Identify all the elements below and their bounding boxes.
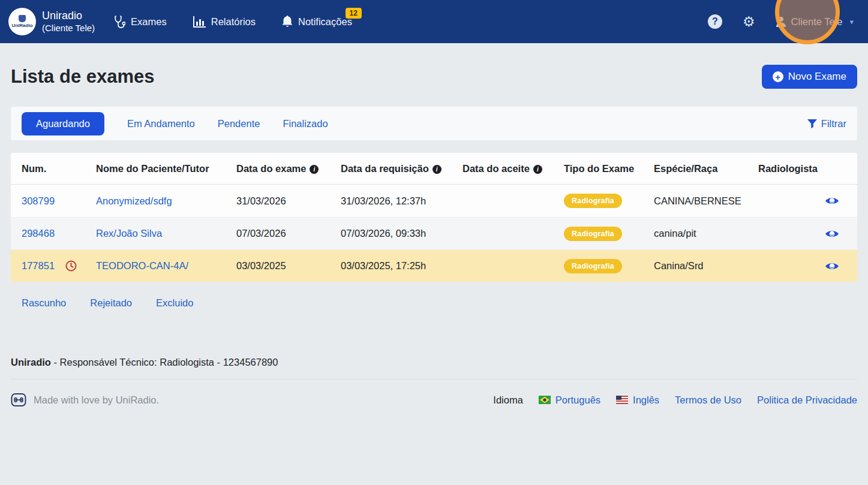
help-icon[interactable]: ? (708, 14, 722, 29)
brand-subtitle: (Cliente Tele) (42, 23, 95, 34)
overdue-clock-icon (65, 260, 77, 272)
bone-logo-icon (11, 393, 26, 407)
info-icon[interactable]: i (433, 165, 441, 174)
tab-aguardando[interactable]: Aguardando (22, 112, 104, 135)
privacy-policy-link[interactable]: Politica de Privacidade (757, 394, 857, 406)
table-row: 298468 Rex/João Silva 07/03/2026 07/03/2… (11, 217, 857, 249)
user-menu[interactable]: Cliente Tele ▾ (776, 16, 854, 28)
language-label: Idioma (493, 394, 523, 406)
exam-number-link[interactable]: 308799 (22, 195, 55, 207)
language-portugues[interactable]: Português (539, 394, 600, 406)
col-header-species: Espécie/Raça (654, 163, 758, 174)
patient-link[interactable]: Rex/João Silva (96, 228, 162, 239)
exam-number-link[interactable]: 177851 (22, 260, 55, 272)
tab-em-andamento[interactable]: Em Andamento (127, 118, 195, 129)
us-flag-icon (616, 396, 628, 404)
exam-type-badge: Radiografia (564, 227, 622, 241)
user-label: Cliente Tele (791, 16, 843, 28)
status-tabs-bar: Aguardando Em Andamento Pendente Finaliz… (11, 107, 857, 140)
new-exam-button[interactable]: + Novo Exame (762, 65, 857, 89)
col-header-patient: Nome do Paciente/Tutor (96, 163, 236, 174)
link-excluido[interactable]: Excluido (156, 297, 193, 309)
info-icon[interactable]: i (310, 165, 319, 174)
nav-item-notificacoes[interactable]: Notificações 12 (282, 16, 352, 28)
nav-item-label: Exames (131, 16, 167, 28)
patient-link[interactable]: TEODORO-CAN-4A/ (96, 260, 188, 271)
nav-item-label: Relatórios (211, 16, 256, 28)
species-breed: Canina/Srd (654, 260, 758, 272)
col-header-request-date: Data da requisiçãoi (341, 163, 462, 174)
col-header-exam-date: Data do examei (236, 163, 341, 174)
secondary-status-links: Rascunho Rejeitado Excluido (22, 297, 857, 309)
species-breed: canina/pit (654, 228, 758, 239)
nav-item-label: Notificações (298, 16, 352, 28)
tab-finalizado[interactable]: Finalizado (283, 118, 328, 129)
table-header-row: Num. Nome do Paciente/Tutor Data do exam… (11, 153, 857, 185)
table-row: 177851 TEODORO-CAN-4A/ 03/03/2025 03/03/… (11, 249, 857, 282)
gear-icon[interactable]: ⚙ (743, 15, 755, 29)
table-row: 308799 Anonymized/sdfg 31/03/2026 31/03/… (11, 185, 857, 217)
nav-item-exames[interactable]: Exames (114, 16, 167, 28)
uniradio-logo: UniRadio (8, 8, 36, 35)
col-header-exam-type: Tipo do Exame (564, 163, 654, 174)
patient-link[interactable]: Anonymized/sdfg (96, 195, 172, 206)
brazil-flag-icon (539, 396, 551, 404)
col-header-radiologist: Radiologista (758, 163, 846, 174)
col-header-accept-date: Data do aceitei (462, 163, 564, 174)
page-title: Lista de exames (11, 66, 155, 88)
plus-icon: + (773, 71, 783, 82)
exam-date: 31/03/2026 (236, 195, 341, 207)
brand[interactable]: UniRadio Uniradio (Cliente Tele) (8, 8, 95, 35)
exam-date: 07/03/2026 (236, 228, 341, 239)
exam-date: 03/03/2025 (236, 260, 341, 272)
request-date: 03/03/2025, 17:25h (341, 260, 462, 272)
request-date: 31/03/2026, 12:37h (341, 195, 462, 207)
bell-icon (282, 16, 293, 28)
nav-item-relatorios[interactable]: Relatórios (193, 16, 256, 28)
bar-chart-icon (193, 16, 206, 28)
funnel-icon (807, 119, 817, 128)
view-exam-eye-icon[interactable] (825, 229, 839, 239)
view-exam-eye-icon[interactable] (825, 261, 839, 271)
stethoscope-icon (114, 16, 125, 28)
company-name: Uniradio (11, 357, 51, 367)
view-exam-eye-icon[interactable] (825, 196, 839, 206)
info-icon[interactable]: i (533, 165, 542, 174)
technical-info: - Responsável Técnico: Radiologista - 12… (54, 357, 278, 367)
request-date: 07/03/2026, 09:33h (341, 228, 462, 239)
species-breed: CANINA/BERNESE (654, 195, 758, 207)
col-header-num: Num. (22, 163, 96, 174)
footer: Made with love by UniRadio. Idioma Portu… (11, 393, 857, 407)
exam-type-badge: Radiografia (564, 259, 622, 273)
filter-button[interactable]: Filtrar (807, 118, 846, 129)
exam-number-link[interactable]: 298468 (22, 228, 55, 239)
user-icon (776, 16, 786, 27)
exam-table: Num. Nome do Paciente/Tutor Data do exam… (11, 153, 857, 282)
technical-responsibility-line: Uniradio - Responsável Técnico: Radiolog… (11, 357, 857, 368)
notification-count-badge: 12 (346, 8, 362, 19)
logo-text: UniRadio (11, 23, 32, 28)
brand-title: Uniradio (42, 9, 95, 23)
chevron-down-icon: ▾ (849, 17, 854, 26)
footer-divider (11, 379, 857, 379)
logo-shield-icon (19, 15, 26, 22)
credit-text: Made with love by UniRadio. (34, 394, 159, 406)
terms-of-use-link[interactable]: Termos de Uso (675, 394, 741, 406)
language-ingles[interactable]: Inglês (616, 394, 659, 406)
link-rascunho[interactable]: Rascunho (22, 297, 66, 309)
link-rejeitado[interactable]: Rejeitado (90, 297, 132, 309)
tab-pendente[interactable]: Pendente (218, 118, 260, 129)
exam-type-badge: Radiografia (564, 194, 622, 208)
navbar: UniRadio Uniradio (Cliente Tele) Exames (0, 0, 868, 43)
